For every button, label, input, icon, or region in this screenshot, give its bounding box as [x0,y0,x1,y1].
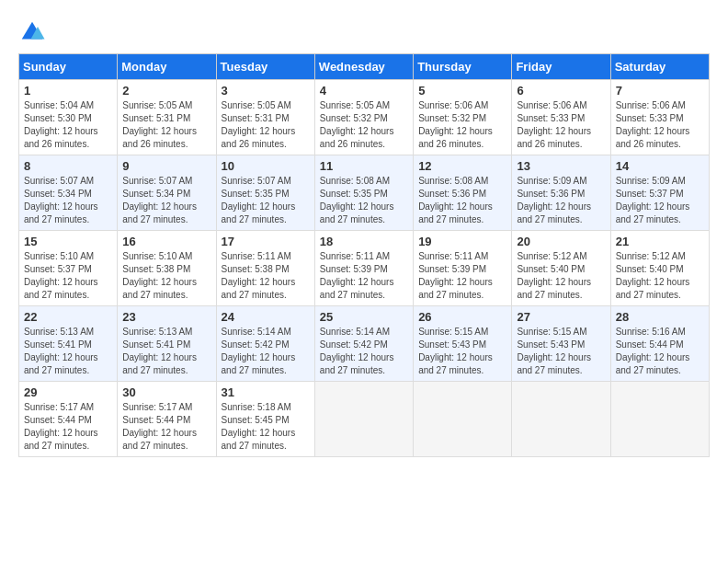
day-number: 23 [122,310,210,324]
calendar-day-cell: 22 Sunrise: 5:13 AMSunset: 5:41 PMDaylig… [19,306,118,382]
calendar-day-cell: 6 Sunrise: 5:06 AMSunset: 5:33 PMDayligh… [512,80,610,155]
day-info: Sunrise: 5:13 AMSunset: 5:41 PMDaylight:… [122,327,197,375]
calendar-day-cell: 16 Sunrise: 5:10 AMSunset: 5:38 PMDaylig… [118,231,216,306]
calendar-day-cell: 27 Sunrise: 5:15 AMSunset: 5:43 PMDaylig… [512,306,610,382]
empty-cell [610,382,709,457]
day-info: Sunrise: 5:11 AMSunset: 5:39 PMDaylight:… [320,251,394,300]
weekday-header-thursday: Thursday [414,54,512,80]
calendar-table: SundayMondayTuesdayWednesdayThursdayFrid… [18,53,710,457]
page-header [18,18,710,46]
day-number: 19 [418,235,506,248]
calendar-day-cell: 29 Sunrise: 5:17 AMSunset: 5:44 PMDaylig… [19,382,118,457]
calendar-day-cell: 4 Sunrise: 5:05 AMSunset: 5:32 PMDayligh… [314,80,413,155]
day-info: Sunrise: 5:06 AMSunset: 5:32 PMDaylight:… [418,100,493,149]
day-info: Sunrise: 5:12 AMSunset: 5:40 PMDaylight:… [517,251,591,300]
weekday-header-monday: Monday [118,54,216,80]
calendar-week-row: 22 Sunrise: 5:13 AMSunset: 5:41 PMDaylig… [19,306,710,382]
weekday-header-row: SundayMondayTuesdayWednesdayThursdayFrid… [19,54,710,80]
calendar-week-row: 1 Sunrise: 5:04 AMSunset: 5:30 PMDayligh… [19,80,710,155]
empty-cell [314,382,413,457]
day-number: 11 [320,159,408,173]
weekday-header-wednesday: Wednesday [314,54,413,80]
day-info: Sunrise: 5:07 AMSunset: 5:35 PMDaylight:… [222,176,296,224]
day-info: Sunrise: 5:14 AMSunset: 5:42 PMDaylight:… [222,327,296,375]
calendar-day-cell: 2 Sunrise: 5:05 AMSunset: 5:31 PMDayligh… [118,80,216,155]
day-info: Sunrise: 5:05 AMSunset: 5:32 PMDaylight:… [320,100,394,149]
calendar-day-cell: 19 Sunrise: 5:11 AMSunset: 5:39 PMDaylig… [414,231,512,306]
logo-icon [18,18,46,46]
weekday-header-tuesday: Tuesday [216,54,314,80]
day-number: 18 [320,235,408,248]
day-info: Sunrise: 5:04 AMSunset: 5:30 PMDaylight:… [24,100,98,149]
calendar-day-cell: 28 Sunrise: 5:16 AMSunset: 5:44 PMDaylig… [610,306,709,382]
day-info: Sunrise: 5:11 AMSunset: 5:38 PMDaylight:… [222,251,296,300]
logo [18,18,50,46]
calendar-day-cell: 31 Sunrise: 5:18 AMSunset: 5:45 PMDaylig… [216,382,314,457]
day-info: Sunrise: 5:08 AMSunset: 5:36 PMDaylight:… [418,176,493,224]
day-info: Sunrise: 5:13 AMSunset: 5:41 PMDaylight:… [24,327,98,375]
day-number: 25 [320,310,408,324]
day-info: Sunrise: 5:14 AMSunset: 5:42 PMDaylight:… [320,327,394,375]
calendar-day-cell: 24 Sunrise: 5:14 AMSunset: 5:42 PMDaylig… [216,306,314,382]
day-number: 5 [418,84,506,98]
weekday-header-friday: Friday [512,54,610,80]
day-number: 31 [222,385,310,399]
calendar-day-cell: 30 Sunrise: 5:17 AMSunset: 5:44 PMDaylig… [118,382,216,457]
calendar-day-cell: 5 Sunrise: 5:06 AMSunset: 5:32 PMDayligh… [414,80,512,155]
day-number: 29 [24,385,112,399]
day-info: Sunrise: 5:18 AMSunset: 5:45 PMDaylight:… [222,402,296,451]
day-number: 21 [616,235,704,248]
calendar-day-cell: 23 Sunrise: 5:13 AMSunset: 5:41 PMDaylig… [118,306,216,382]
day-number: 16 [122,235,210,248]
calendar-day-cell: 11 Sunrise: 5:08 AMSunset: 5:35 PMDaylig… [314,155,413,231]
day-number: 20 [517,235,605,248]
day-info: Sunrise: 5:15 AMSunset: 5:43 PMDaylight:… [418,327,493,375]
day-number: 22 [24,310,112,324]
day-number: 28 [616,310,704,324]
day-number: 27 [517,310,605,324]
calendar-day-cell: 20 Sunrise: 5:12 AMSunset: 5:40 PMDaylig… [512,231,610,306]
day-info: Sunrise: 5:06 AMSunset: 5:33 PMDaylight:… [517,100,591,149]
calendar-day-cell: 1 Sunrise: 5:04 AMSunset: 5:30 PMDayligh… [19,80,118,155]
day-info: Sunrise: 5:07 AMSunset: 5:34 PMDaylight:… [24,176,98,224]
calendar-week-row: 8 Sunrise: 5:07 AMSunset: 5:34 PMDayligh… [19,155,710,231]
day-number: 14 [616,159,704,173]
day-number: 6 [517,84,605,98]
day-number: 2 [122,84,210,98]
day-number: 12 [418,159,506,173]
day-info: Sunrise: 5:12 AMSunset: 5:40 PMDaylight:… [616,251,690,300]
day-number: 3 [222,84,310,98]
day-info: Sunrise: 5:05 AMSunset: 5:31 PMDaylight:… [122,100,197,149]
calendar-day-cell: 3 Sunrise: 5:05 AMSunset: 5:31 PMDayligh… [216,80,314,155]
day-info: Sunrise: 5:17 AMSunset: 5:44 PMDaylight:… [24,402,98,451]
day-info: Sunrise: 5:16 AMSunset: 5:44 PMDaylight:… [616,327,690,375]
weekday-header-saturday: Saturday [610,54,709,80]
calendar-day-cell: 7 Sunrise: 5:06 AMSunset: 5:33 PMDayligh… [610,80,709,155]
day-number: 24 [222,310,310,324]
day-info: Sunrise: 5:09 AMSunset: 5:37 PMDaylight:… [616,176,690,224]
calendar-day-cell: 18 Sunrise: 5:11 AMSunset: 5:39 PMDaylig… [314,231,413,306]
day-info: Sunrise: 5:17 AMSunset: 5:44 PMDaylight:… [122,402,197,451]
calendar-day-cell: 17 Sunrise: 5:11 AMSunset: 5:38 PMDaylig… [216,231,314,306]
day-info: Sunrise: 5:10 AMSunset: 5:37 PMDaylight:… [24,251,98,300]
calendar-day-cell: 10 Sunrise: 5:07 AMSunset: 5:35 PMDaylig… [216,155,314,231]
day-number: 26 [418,310,506,324]
empty-cell [414,382,512,457]
day-number: 8 [24,159,112,173]
calendar-day-cell: 26 Sunrise: 5:15 AMSunset: 5:43 PMDaylig… [414,306,512,382]
empty-cell [512,382,610,457]
day-info: Sunrise: 5:05 AMSunset: 5:31 PMDaylight:… [222,100,296,149]
day-number: 1 [24,84,112,98]
day-info: Sunrise: 5:06 AMSunset: 5:33 PMDaylight:… [616,100,690,149]
day-number: 4 [320,84,408,98]
calendar-day-cell: 12 Sunrise: 5:08 AMSunset: 5:36 PMDaylig… [414,155,512,231]
calendar-day-cell: 13 Sunrise: 5:09 AMSunset: 5:36 PMDaylig… [512,155,610,231]
calendar-day-cell: 8 Sunrise: 5:07 AMSunset: 5:34 PMDayligh… [19,155,118,231]
day-number: 13 [517,159,605,173]
day-number: 9 [122,159,210,173]
day-number: 17 [222,235,310,248]
weekday-header-sunday: Sunday [19,54,118,80]
calendar-day-cell: 15 Sunrise: 5:10 AMSunset: 5:37 PMDaylig… [19,231,118,306]
day-number: 30 [122,385,210,399]
day-info: Sunrise: 5:11 AMSunset: 5:39 PMDaylight:… [418,251,493,300]
